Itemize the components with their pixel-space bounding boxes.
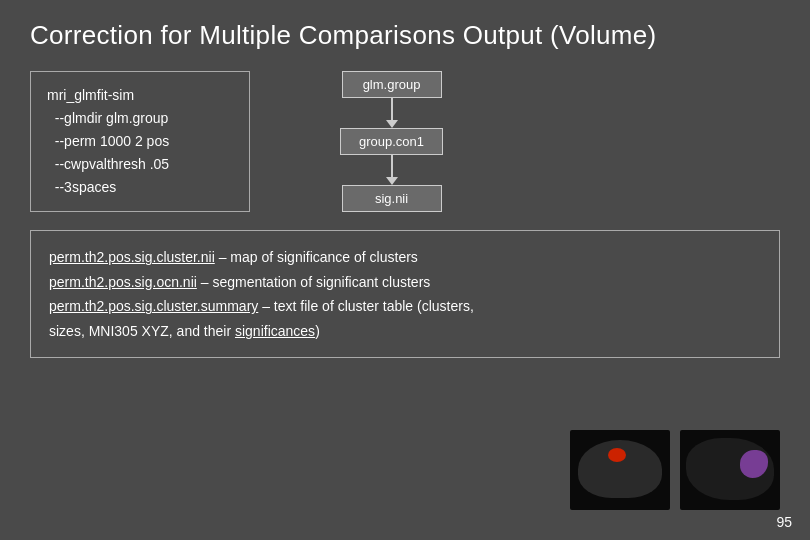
command-box: mri_glmfit-sim --glmdir glm.group --perm…: [30, 71, 250, 212]
top-row: mri_glmfit-sim --glmdir glm.group --perm…: [30, 71, 780, 212]
page-number: 95: [776, 514, 792, 530]
cmd-line-2: --glmdir glm.group: [47, 107, 233, 130]
flow-arrowhead-1: [386, 120, 398, 128]
brain-image-1: [570, 430, 670, 510]
brain-images: [570, 430, 780, 510]
flow-node-group-con1: group.con1: [340, 128, 443, 155]
file-link-cluster: perm.th2.pos.sig.cluster.nii: [49, 249, 215, 265]
desc-line-1: perm.th2.pos.sig.cluster.nii – map of si…: [49, 245, 761, 270]
flow-arrow-1: [391, 98, 393, 120]
flow-diagram: glm.group group.con1 sig.nii: [340, 71, 443, 212]
cmd-line-1: mri_glmfit-sim: [47, 84, 233, 107]
slide: Correction for Multiple Comparisons Outp…: [0, 0, 810, 540]
flow-node-glm-group: glm.group: [342, 71, 442, 98]
cmd-line-5: --3spaces: [47, 176, 233, 199]
flow-arrow-2: [391, 155, 393, 177]
slide-title: Correction for Multiple Comparisons Outp…: [30, 20, 780, 51]
brain-image-2: [680, 430, 780, 510]
desc-line-4: sizes, MNI305 XYZ, and their significanc…: [49, 319, 761, 344]
desc-line-2: perm.th2.pos.sig.ocn.nii – segmentation …: [49, 270, 761, 295]
file-link-summary: perm.th2.pos.sig.cluster.summary: [49, 298, 258, 314]
cmd-line-3: --perm 1000 2 pos: [47, 130, 233, 153]
desc-line-3: perm.th2.pos.sig.cluster.summary – text …: [49, 294, 761, 319]
flow-node-sig-nii: sig.nii: [342, 185, 442, 212]
flow-arrowhead-2: [386, 177, 398, 185]
main-content: mri_glmfit-sim --glmdir glm.group --perm…: [30, 71, 780, 358]
cmd-line-4: --cwpvalthresh .05: [47, 153, 233, 176]
file-link-ocn: perm.th2.pos.sig.ocn.nii: [49, 274, 197, 290]
description-box: perm.th2.pos.sig.cluster.nii – map of si…: [30, 230, 780, 358]
